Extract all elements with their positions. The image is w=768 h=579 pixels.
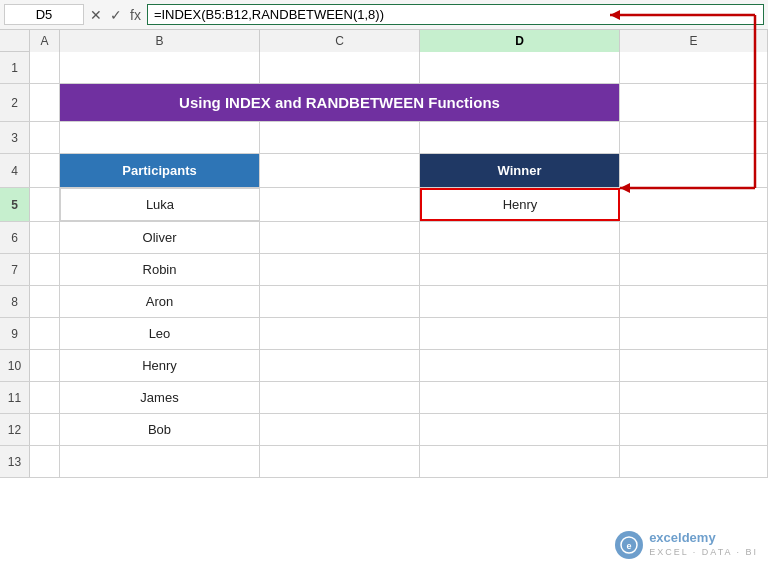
cell-d9[interactable]	[420, 318, 620, 349]
cancel-icon[interactable]: ✕	[88, 7, 104, 23]
cell-e10[interactable]	[620, 350, 768, 381]
cell-b8[interactable]: Aron	[60, 286, 260, 317]
cell-d12[interactable]	[420, 414, 620, 445]
cell-d6[interactable]	[420, 222, 620, 253]
cell-c10[interactable]	[260, 350, 420, 381]
cell-e6[interactable]	[620, 222, 768, 253]
cell-e2[interactable]	[620, 84, 768, 121]
col-header-a[interactable]: A	[30, 30, 60, 52]
cell-b13[interactable]	[60, 446, 260, 477]
cell-b7[interactable]: Robin	[60, 254, 260, 285]
cell-e7[interactable]	[620, 254, 768, 285]
row-3: 3	[0, 122, 768, 154]
participant-3: Robin	[143, 262, 177, 277]
cell-d13[interactable]	[420, 446, 620, 477]
cell-a12[interactable]	[30, 414, 60, 445]
row-9: 9 Leo	[0, 318, 768, 350]
cell-c9[interactable]	[260, 318, 420, 349]
cell-c6[interactable]	[260, 222, 420, 253]
row-num-3: 3	[0, 122, 30, 153]
cell-a6[interactable]	[30, 222, 60, 253]
cell-e8[interactable]	[620, 286, 768, 317]
cell-d3[interactable]	[420, 122, 620, 153]
cell-d11[interactable]	[420, 382, 620, 413]
cell-b3[interactable]	[60, 122, 260, 153]
cell-b4-participants[interactable]: Participants	[60, 154, 260, 187]
row-num-10: 10	[0, 350, 30, 381]
formula-input[interactable]: =INDEX(B5:B12,RANDBETWEEN(1,8))	[147, 4, 764, 25]
row-8: 8 Aron	[0, 286, 768, 318]
participant-4: Aron	[146, 294, 173, 309]
cell-b9[interactable]: Leo	[60, 318, 260, 349]
cell-a10[interactable]	[30, 350, 60, 381]
cell-b11[interactable]: James	[60, 382, 260, 413]
confirm-icon[interactable]: ✓	[108, 7, 124, 23]
cell-c7[interactable]	[260, 254, 420, 285]
cell-c12[interactable]	[260, 414, 420, 445]
watermark-site: exceldemy	[649, 530, 758, 547]
row-num-9: 9	[0, 318, 30, 349]
row-num-5: 5	[0, 188, 30, 221]
cell-e9[interactable]	[620, 318, 768, 349]
cell-a2[interactable]	[30, 84, 60, 121]
cell-d10[interactable]	[420, 350, 620, 381]
cell-reference-box[interactable]: D5	[4, 4, 84, 25]
cell-e13[interactable]	[620, 446, 768, 477]
row-5: 5 Luka Henry	[0, 188, 768, 222]
cell-d1[interactable]	[420, 52, 620, 83]
cell-a4[interactable]	[30, 154, 60, 187]
spreadsheet: A B C D E 1 2 Using INDEX and RAND	[0, 30, 768, 579]
row-num-7: 7	[0, 254, 30, 285]
cell-c11[interactable]	[260, 382, 420, 413]
cell-d7[interactable]	[420, 254, 620, 285]
participant-5: Leo	[149, 326, 171, 341]
cell-c13[interactable]	[260, 446, 420, 477]
cell-e4[interactable]	[620, 154, 768, 187]
row-num-2: 2	[0, 84, 30, 121]
cell-c1[interactable]	[260, 52, 420, 83]
row-num-12: 12	[0, 414, 30, 445]
cell-b2-title[interactable]: Using INDEX and RANDBETWEEN Functions	[60, 84, 620, 121]
cell-a7[interactable]	[30, 254, 60, 285]
cell-c5[interactable]	[260, 188, 420, 221]
row-num-1: 1	[0, 52, 30, 83]
cell-d5[interactable]: Henry	[420, 188, 620, 221]
cell-a1[interactable]	[30, 52, 60, 83]
cell-d8[interactable]	[420, 286, 620, 317]
participant-2: Oliver	[143, 230, 177, 245]
cell-c3[interactable]	[260, 122, 420, 153]
row-12: 12 Bob	[0, 414, 768, 446]
cell-a9[interactable]	[30, 318, 60, 349]
cell-b5[interactable]: Luka	[60, 188, 260, 221]
col-header-b[interactable]: B	[60, 30, 260, 52]
cell-a8[interactable]	[30, 286, 60, 317]
function-icon[interactable]: fx	[128, 7, 143, 23]
winner-value: Henry	[503, 197, 538, 212]
cell-b12[interactable]: Bob	[60, 414, 260, 445]
title-text: Using INDEX and RANDBETWEEN Functions	[179, 94, 500, 111]
cell-e5[interactable]	[620, 188, 768, 221]
col-header-c[interactable]: C	[260, 30, 420, 52]
cell-c4[interactable]	[260, 154, 420, 187]
row-6: 6 Oliver	[0, 222, 768, 254]
cell-e12[interactable]	[620, 414, 768, 445]
cell-b6[interactable]: Oliver	[60, 222, 260, 253]
cell-a11[interactable]	[30, 382, 60, 413]
col-header-d[interactable]: D	[420, 30, 620, 52]
row-num-6: 6	[0, 222, 30, 253]
cell-e3[interactable]	[620, 122, 768, 153]
cell-a5[interactable]	[30, 188, 60, 221]
cell-a13[interactable]	[30, 446, 60, 477]
cell-b10[interactable]: Henry	[60, 350, 260, 381]
cell-a3[interactable]	[30, 122, 60, 153]
cell-c8[interactable]	[260, 286, 420, 317]
cell-d4-winner[interactable]: Winner	[420, 154, 620, 187]
rows-container: 1 2 Using INDEX and RANDBETWEEN Function…	[0, 52, 768, 579]
watermark-logo: e	[615, 531, 643, 559]
cell-b1[interactable]	[60, 52, 260, 83]
col-header-e[interactable]: E	[620, 30, 768, 52]
cell-e1[interactable]	[620, 52, 768, 83]
winner-header-text: Winner	[498, 163, 542, 178]
cell-e11[interactable]	[620, 382, 768, 413]
column-headers: A B C D E	[0, 30, 768, 52]
